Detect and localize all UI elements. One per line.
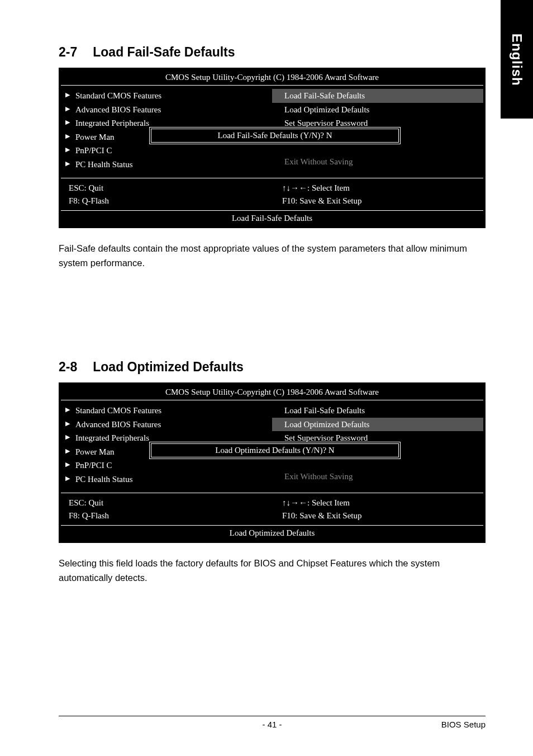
- bios-body: ▶Standard CMOS Features ▶Advanced BIOS F…: [61, 86, 483, 178]
- menu-arrow-icon: ▶: [65, 446, 70, 456]
- menu-arrow-icon: ▶: [65, 474, 70, 483]
- hint-esc: ESC: Quit: [69, 497, 270, 509]
- hint-arrows: ↑↓→←: Select Item: [282, 182, 483, 195]
- bios-menu-item[interactable]: ▶Standard CMOS Features: [61, 404, 272, 418]
- bios-box-28: CMOS Setup Utility-Copyright (C) 1984-20…: [59, 382, 486, 543]
- bios-menu-item-highlighted[interactable]: Load Optimized Defaults: [272, 418, 483, 432]
- bios-menu-item[interactable]: ▶PC Health Status: [61, 472, 272, 486]
- section-28-title: Load Optimized Defaults: [93, 360, 244, 374]
- bios-menu-item[interactable]: Load Optimized Defaults: [272, 103, 483, 117]
- page-number: - 41 -: [262, 720, 282, 729]
- popup-text: Load Fail-Safe Defaults (Y/N)? N: [218, 131, 332, 140]
- bios-menu-item-highlighted[interactable]: Load Fail-Safe Defaults: [272, 89, 483, 103]
- section-27-title: Load Fail-Safe Defaults: [93, 45, 235, 59]
- bios-menu-item[interactable]: ▶PnP/PCI C: [61, 459, 272, 472]
- page-content: 2-7Load Fail-Safe Defaults CMOS Setup Ut…: [0, 0, 533, 585]
- language-label: English: [509, 34, 525, 86]
- bios-confirm-popup[interactable]: Load Fail-Safe Defaults (Y/N)? N: [149, 127, 401, 144]
- menu-arrow-icon: ▶: [65, 90, 70, 100]
- popup-text: Load Optimized Defaults (Y/N)? N: [215, 446, 334, 455]
- bios-menu-item[interactable]: Exit Without Saving: [272, 470, 483, 484]
- menu-arrow-icon: ▶: [65, 419, 70, 428]
- menu-arrow-icon: ▶: [65, 405, 70, 414]
- menu-arrow-icon: ▶: [65, 159, 70, 168]
- hint-esc: ESC: Quit: [69, 182, 270, 195]
- section-28-number: 2-8: [59, 360, 77, 374]
- menu-arrow-icon: ▶: [65, 145, 70, 154]
- bios-footer-title: Load Fail-Safe Defaults: [61, 211, 483, 226]
- footer-section-label: BIOS Setup: [441, 720, 486, 729]
- section-27-heading: 2-7Load Fail-Safe Defaults: [59, 45, 486, 60]
- hint-f8: F8: Q-Flash: [69, 509, 270, 522]
- bios-footer-hints: ESC: Quit F8: Q-Flash ↑↓→←: Select Item …: [61, 493, 483, 526]
- hint-arrows: ↑↓→←: Select Item: [282, 497, 483, 509]
- bios-confirm-popup[interactable]: Load Optimized Defaults (Y/N)? N: [149, 442, 401, 459]
- menu-arrow-icon: ▶: [65, 131, 70, 141]
- hint-f8: F8: Q-Flash: [69, 195, 270, 207]
- hint-f10: F10: Save & Exit Setup: [282, 509, 483, 522]
- bios-body: ▶Standard CMOS Features ▶Advanced BIOS F…: [61, 400, 483, 493]
- bios-menu-item[interactable]: ▶Standard CMOS Features: [61, 89, 272, 103]
- menu-arrow-icon: ▶: [65, 117, 70, 127]
- page-footer: - 41 - BIOS Setup: [59, 716, 486, 729]
- language-side-tab: English: [501, 0, 533, 119]
- bios-menu-item[interactable]: ▶Advanced BIOS Features: [61, 103, 272, 117]
- bios-footer-title: Load Optimized Defaults: [61, 526, 483, 541]
- bios-menu-item[interactable]: ▶PC Health Status: [61, 158, 272, 172]
- section-27-body-text: Fail-Safe defaults contain the most appr…: [59, 242, 486, 270]
- hint-f10: F10: Save & Exit Setup: [282, 195, 483, 207]
- menu-arrow-icon: ▶: [65, 432, 70, 442]
- bios-menu-item[interactable]: ▶Advanced BIOS Features: [61, 418, 272, 432]
- bios-footer-hints: ESC: Quit F8: Q-Flash ↑↓→←: Select Item …: [61, 178, 483, 211]
- bios-menu-item[interactable]: Exit Without Saving: [272, 155, 483, 169]
- menu-arrow-icon: ▶: [65, 104, 70, 114]
- section-28-heading: 2-8Load Optimized Defaults: [59, 360, 486, 375]
- bios-menu-item[interactable]: Load Fail-Safe Defaults: [272, 404, 483, 418]
- menu-arrow-icon: ▶: [65, 460, 70, 469]
- bios-box-27: CMOS Setup Utility-Copyright (C) 1984-20…: [59, 68, 486, 228]
- section-28-body-text: Selecting this field loads the factory d…: [59, 556, 486, 585]
- bios-header: CMOS Setup Utility-Copyright (C) 1984-20…: [61, 70, 483, 86]
- bios-header: CMOS Setup Utility-Copyright (C) 1984-20…: [61, 385, 483, 400]
- section-27-number: 2-7: [59, 45, 77, 59]
- bios-menu-item[interactable]: ▶PnP/PCI C: [61, 144, 272, 158]
